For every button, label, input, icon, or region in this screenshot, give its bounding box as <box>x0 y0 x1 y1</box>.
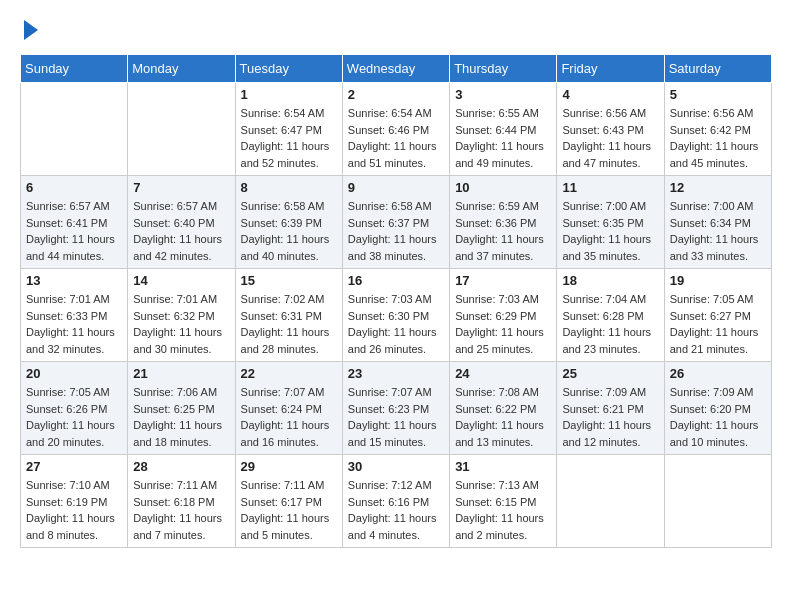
day-info: Sunrise: 7:10 AMSunset: 6:19 PMDaylight:… <box>26 477 122 543</box>
day-info: Sunrise: 6:54 AMSunset: 6:47 PMDaylight:… <box>241 105 337 171</box>
calendar-week-row: 20Sunrise: 7:05 AMSunset: 6:26 PMDayligh… <box>21 362 772 455</box>
calendar-cell: 26Sunrise: 7:09 AMSunset: 6:20 PMDayligh… <box>664 362 771 455</box>
day-number: 30 <box>348 459 444 474</box>
day-number: 26 <box>670 366 766 381</box>
day-number: 8 <box>241 180 337 195</box>
calendar-cell: 27Sunrise: 7:10 AMSunset: 6:19 PMDayligh… <box>21 455 128 548</box>
day-info: Sunrise: 7:01 AMSunset: 6:32 PMDaylight:… <box>133 291 229 357</box>
day-info: Sunrise: 7:01 AMSunset: 6:33 PMDaylight:… <box>26 291 122 357</box>
day-number: 25 <box>562 366 658 381</box>
day-info: Sunrise: 7:11 AMSunset: 6:17 PMDaylight:… <box>241 477 337 543</box>
calendar-cell: 5Sunrise: 6:56 AMSunset: 6:42 PMDaylight… <box>664 83 771 176</box>
calendar-week-row: 1Sunrise: 6:54 AMSunset: 6:47 PMDaylight… <box>21 83 772 176</box>
calendar-cell: 12Sunrise: 7:00 AMSunset: 6:34 PMDayligh… <box>664 176 771 269</box>
calendar-cell: 20Sunrise: 7:05 AMSunset: 6:26 PMDayligh… <box>21 362 128 455</box>
calendar-header-wednesday: Wednesday <box>342 55 449 83</box>
calendar-cell: 22Sunrise: 7:07 AMSunset: 6:24 PMDayligh… <box>235 362 342 455</box>
day-info: Sunrise: 6:59 AMSunset: 6:36 PMDaylight:… <box>455 198 551 264</box>
day-number: 16 <box>348 273 444 288</box>
day-info: Sunrise: 6:54 AMSunset: 6:46 PMDaylight:… <box>348 105 444 171</box>
calendar-cell: 17Sunrise: 7:03 AMSunset: 6:29 PMDayligh… <box>450 269 557 362</box>
day-info: Sunrise: 6:58 AMSunset: 6:37 PMDaylight:… <box>348 198 444 264</box>
day-info: Sunrise: 6:57 AMSunset: 6:40 PMDaylight:… <box>133 198 229 264</box>
calendar-cell: 25Sunrise: 7:09 AMSunset: 6:21 PMDayligh… <box>557 362 664 455</box>
day-info: Sunrise: 7:05 AMSunset: 6:27 PMDaylight:… <box>670 291 766 357</box>
calendar-cell: 14Sunrise: 7:01 AMSunset: 6:32 PMDayligh… <box>128 269 235 362</box>
calendar-cell: 28Sunrise: 7:11 AMSunset: 6:18 PMDayligh… <box>128 455 235 548</box>
page-header <box>20 20 772 44</box>
calendar-cell: 4Sunrise: 6:56 AMSunset: 6:43 PMDaylight… <box>557 83 664 176</box>
calendar-header-monday: Monday <box>128 55 235 83</box>
calendar-cell: 30Sunrise: 7:12 AMSunset: 6:16 PMDayligh… <box>342 455 449 548</box>
calendar-cell: 1Sunrise: 6:54 AMSunset: 6:47 PMDaylight… <box>235 83 342 176</box>
day-number: 9 <box>348 180 444 195</box>
day-info: Sunrise: 7:09 AMSunset: 6:21 PMDaylight:… <box>562 384 658 450</box>
day-info: Sunrise: 6:56 AMSunset: 6:43 PMDaylight:… <box>562 105 658 171</box>
day-number: 17 <box>455 273 551 288</box>
day-info: Sunrise: 7:05 AMSunset: 6:26 PMDaylight:… <box>26 384 122 450</box>
day-number: 11 <box>562 180 658 195</box>
day-number: 24 <box>455 366 551 381</box>
day-info: Sunrise: 7:07 AMSunset: 6:23 PMDaylight:… <box>348 384 444 450</box>
calendar-header-row: SundayMondayTuesdayWednesdayThursdayFrid… <box>21 55 772 83</box>
day-number: 21 <box>133 366 229 381</box>
day-number: 3 <box>455 87 551 102</box>
calendar-header-tuesday: Tuesday <box>235 55 342 83</box>
calendar-cell <box>21 83 128 176</box>
calendar-cell: 29Sunrise: 7:11 AMSunset: 6:17 PMDayligh… <box>235 455 342 548</box>
day-number: 20 <box>26 366 122 381</box>
day-number: 28 <box>133 459 229 474</box>
calendar-header-friday: Friday <box>557 55 664 83</box>
calendar-cell <box>128 83 235 176</box>
day-info: Sunrise: 7:07 AMSunset: 6:24 PMDaylight:… <box>241 384 337 450</box>
logo-arrow-icon <box>24 20 38 40</box>
calendar-header-sunday: Sunday <box>21 55 128 83</box>
day-info: Sunrise: 7:00 AMSunset: 6:35 PMDaylight:… <box>562 198 658 264</box>
day-info: Sunrise: 7:08 AMSunset: 6:22 PMDaylight:… <box>455 384 551 450</box>
day-info: Sunrise: 6:57 AMSunset: 6:41 PMDaylight:… <box>26 198 122 264</box>
calendar-week-row: 6Sunrise: 6:57 AMSunset: 6:41 PMDaylight… <box>21 176 772 269</box>
calendar-header-thursday: Thursday <box>450 55 557 83</box>
calendar-week-row: 13Sunrise: 7:01 AMSunset: 6:33 PMDayligh… <box>21 269 772 362</box>
day-number: 31 <box>455 459 551 474</box>
calendar-cell: 9Sunrise: 6:58 AMSunset: 6:37 PMDaylight… <box>342 176 449 269</box>
day-number: 18 <box>562 273 658 288</box>
calendar-week-row: 27Sunrise: 7:10 AMSunset: 6:19 PMDayligh… <box>21 455 772 548</box>
day-info: Sunrise: 7:03 AMSunset: 6:30 PMDaylight:… <box>348 291 444 357</box>
calendar-cell: 15Sunrise: 7:02 AMSunset: 6:31 PMDayligh… <box>235 269 342 362</box>
day-info: Sunrise: 6:55 AMSunset: 6:44 PMDaylight:… <box>455 105 551 171</box>
calendar-cell: 24Sunrise: 7:08 AMSunset: 6:22 PMDayligh… <box>450 362 557 455</box>
calendar-cell: 23Sunrise: 7:07 AMSunset: 6:23 PMDayligh… <box>342 362 449 455</box>
calendar-cell: 8Sunrise: 6:58 AMSunset: 6:39 PMDaylight… <box>235 176 342 269</box>
calendar-cell: 18Sunrise: 7:04 AMSunset: 6:28 PMDayligh… <box>557 269 664 362</box>
day-info: Sunrise: 7:09 AMSunset: 6:20 PMDaylight:… <box>670 384 766 450</box>
calendar-cell: 7Sunrise: 6:57 AMSunset: 6:40 PMDaylight… <box>128 176 235 269</box>
calendar-cell: 3Sunrise: 6:55 AMSunset: 6:44 PMDaylight… <box>450 83 557 176</box>
day-info: Sunrise: 7:04 AMSunset: 6:28 PMDaylight:… <box>562 291 658 357</box>
day-number: 29 <box>241 459 337 474</box>
day-number: 15 <box>241 273 337 288</box>
day-info: Sunrise: 7:06 AMSunset: 6:25 PMDaylight:… <box>133 384 229 450</box>
day-info: Sunrise: 7:00 AMSunset: 6:34 PMDaylight:… <box>670 198 766 264</box>
day-number: 19 <box>670 273 766 288</box>
day-number: 1 <box>241 87 337 102</box>
day-number: 4 <box>562 87 658 102</box>
calendar-cell: 6Sunrise: 6:57 AMSunset: 6:41 PMDaylight… <box>21 176 128 269</box>
calendar-cell <box>664 455 771 548</box>
day-info: Sunrise: 7:02 AMSunset: 6:31 PMDaylight:… <box>241 291 337 357</box>
day-number: 23 <box>348 366 444 381</box>
day-number: 10 <box>455 180 551 195</box>
calendar-cell: 10Sunrise: 6:59 AMSunset: 6:36 PMDayligh… <box>450 176 557 269</box>
calendar-cell: 21Sunrise: 7:06 AMSunset: 6:25 PMDayligh… <box>128 362 235 455</box>
day-number: 5 <box>670 87 766 102</box>
calendar-header-saturday: Saturday <box>664 55 771 83</box>
calendar-cell: 16Sunrise: 7:03 AMSunset: 6:30 PMDayligh… <box>342 269 449 362</box>
calendar-cell: 11Sunrise: 7:00 AMSunset: 6:35 PMDayligh… <box>557 176 664 269</box>
day-number: 14 <box>133 273 229 288</box>
logo <box>20 20 38 44</box>
day-number: 13 <box>26 273 122 288</box>
day-number: 2 <box>348 87 444 102</box>
calendar-cell: 31Sunrise: 7:13 AMSunset: 6:15 PMDayligh… <box>450 455 557 548</box>
day-info: Sunrise: 7:13 AMSunset: 6:15 PMDaylight:… <box>455 477 551 543</box>
day-number: 27 <box>26 459 122 474</box>
